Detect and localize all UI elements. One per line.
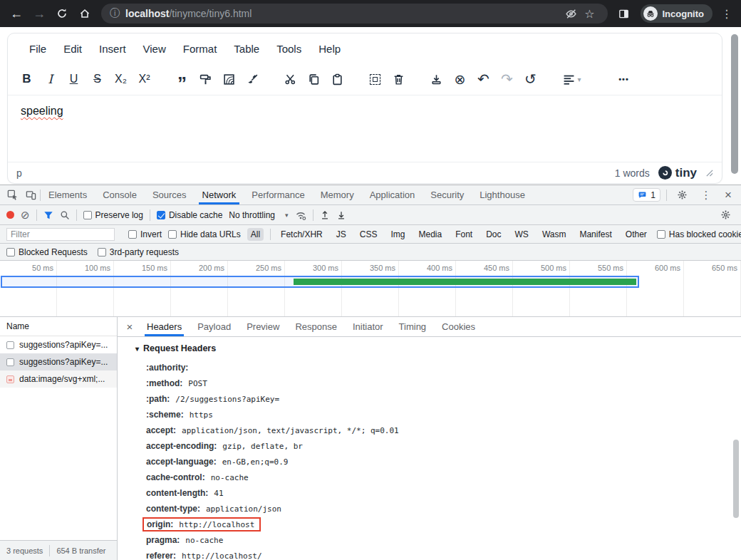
third-party-requests-checkbox[interactable]: 3rd-party requests	[98, 247, 179, 257]
paste-icon[interactable]	[326, 68, 349, 90]
restore-draft-icon[interactable]: ↺	[519, 68, 542, 90]
page-scrollbar-thumb[interactable]	[731, 34, 738, 174]
menu-tools[interactable]: Tools	[268, 38, 310, 59]
tab-memory[interactable]: Memory	[313, 185, 362, 204]
menu-view[interactable]: View	[135, 38, 175, 59]
filter-type-wasm[interactable]: Wasm	[539, 228, 570, 241]
paint-roller-icon[interactable]	[194, 68, 217, 90]
settings-gear-icon[interactable]	[673, 187, 691, 204]
forward-icon[interactable]: →	[28, 3, 50, 24]
checkbox-unchecked[interactable]	[98, 248, 106, 256]
tab-response[interactable]: Response	[287, 317, 345, 336]
network-conditions-icon[interactable]	[295, 209, 306, 221]
brush-icon[interactable]	[241, 68, 264, 90]
has-blocked-cookies-checkbox[interactable]: Has blocked cookies	[657, 229, 741, 239]
tab-application[interactable]: Application	[362, 185, 423, 204]
filter-type-js[interactable]: JS	[333, 228, 350, 241]
device-toolbar-icon[interactable]	[21, 187, 40, 204]
tab-timing[interactable]: Timing	[391, 317, 435, 336]
address-bar[interactable]: ⓘ localhost/tinymce/tiny6.html ☆	[101, 4, 608, 24]
trash-icon[interactable]	[387, 68, 410, 90]
tab-cookies[interactable]: Cookies	[434, 317, 483, 336]
network-settings-gear-icon[interactable]	[716, 207, 735, 224]
strikethrough-button[interactable]: S	[86, 68, 109, 90]
filter-type-media[interactable]: Media	[415, 228, 445, 241]
checkbox-unchecked[interactable]	[6, 248, 15, 256]
filter-type-fetch-xhr[interactable]: Fetch/XHR	[277, 228, 326, 241]
filter-type-img[interactable]: Img	[387, 228, 408, 241]
import-har-icon[interactable]	[320, 210, 330, 220]
bookmark-star-icon[interactable]: ☆	[581, 4, 599, 23]
filter-type-manifest[interactable]: Manifest	[576, 228, 615, 241]
eye-off-icon[interactable]	[562, 4, 581, 23]
undo-icon[interactable]: ↶	[472, 68, 495, 90]
word-count[interactable]: 1 words	[615, 167, 650, 179]
resize-handle-icon[interactable]	[705, 169, 713, 177]
checkbox-unchecked[interactable]	[657, 230, 665, 239]
tab-payload[interactable]: Payload	[190, 317, 239, 336]
invert-checkbox[interactable]: Invert	[128, 229, 162, 239]
issues-badge[interactable]: 1	[633, 188, 660, 202]
redo-icon[interactable]: ↷	[495, 68, 519, 90]
filter-type-other[interactable]: Other	[622, 228, 651, 241]
filter-type-all[interactable]: All	[247, 228, 264, 241]
superscript-button[interactable]: X²	[133, 68, 156, 90]
tab-headers[interactable]: Headers	[139, 317, 190, 336]
devtools-close-icon[interactable]: ×	[721, 188, 735, 202]
clear-icon[interactable]: ⊘	[21, 209, 30, 222]
home-icon[interactable]	[74, 3, 95, 24]
export-har-icon[interactable]	[336, 210, 346, 220]
filter-type-doc[interactable]: Doc	[482, 228, 504, 241]
page-info-icon[interactable]: ⓘ	[110, 7, 120, 20]
reload-icon[interactable]	[51, 3, 73, 24]
frame-icon[interactable]	[217, 68, 241, 90]
menu-edit[interactable]: Edit	[55, 38, 90, 59]
element-path[interactable]: p	[16, 167, 22, 179]
filter-input[interactable]	[6, 228, 115, 241]
network-overview-timeline[interactable]: 50 ms 100 ms 150 ms 200 ms 250 ms 300 ms…	[0, 261, 741, 317]
request-headers-section[interactable]: ▾ Request Headers	[135, 343, 741, 354]
preserve-log-checkbox[interactable]: Preserve log	[83, 210, 143, 220]
back-icon[interactable]: ←	[6, 3, 27, 24]
blockquote-button[interactable]: ”	[170, 68, 194, 90]
details-scrollbar-thumb[interactable]	[733, 440, 739, 518]
tab-elements[interactable]: Elements	[41, 185, 95, 204]
filter-type-css[interactable]: CSS	[356, 228, 381, 241]
menu-help[interactable]: Help	[310, 38, 349, 59]
tab-network[interactable]: Network	[195, 185, 244, 204]
toolbar-more-icon[interactable]: •••	[612, 68, 636, 90]
filter-funnel-icon[interactable]	[43, 210, 53, 220]
menu-format[interactable]: Format	[175, 38, 226, 59]
blocked-requests-checkbox[interactable]: Blocked Requests	[6, 247, 88, 257]
side-panel-icon[interactable]	[613, 4, 635, 23]
devtools-menu-icon[interactable]: ⋮	[697, 187, 715, 204]
request-row[interactable]: data:image/svg+xml;...	[0, 370, 117, 388]
tab-security[interactable]: Security	[423, 185, 472, 204]
disable-cache-checkbox[interactable]: Disable cache	[157, 210, 222, 220]
italic-button[interactable]: I	[38, 68, 62, 90]
menu-table[interactable]: Table	[225, 38, 268, 59]
tiny-brand[interactable]: tiny	[658, 166, 697, 180]
request-row[interactable]: suggestions?apiKey=...	[0, 336, 117, 353]
subscript-button[interactable]: X₂	[109, 68, 133, 90]
copy-icon[interactable]	[302, 68, 326, 90]
checkbox-unchecked[interactable]	[128, 230, 137, 239]
tab-preview[interactable]: Preview	[239, 317, 287, 336]
request-row-selected[interactable]: suggestions?apiKey=...	[0, 353, 117, 370]
search-icon[interactable]	[60, 210, 70, 220]
editor-content[interactable]: speeling	[8, 95, 722, 162]
name-column-header[interactable]: Name	[0, 317, 117, 336]
tab-console[interactable]: Console	[95, 185, 145, 204]
tab-initiator[interactable]: Initiator	[345, 317, 391, 336]
disclosure-triangle-icon[interactable]: ▾	[135, 345, 139, 353]
filter-type-ws[interactable]: WS	[512, 228, 532, 241]
tab-lighthouse[interactable]: Lighthouse	[472, 185, 533, 204]
checkbox-unchecked[interactable]	[168, 230, 177, 239]
tab-performance[interactable]: Performance	[244, 185, 312, 204]
throttling-select[interactable]: No throttling ▾	[229, 210, 288, 220]
menu-file[interactable]: File	[21, 38, 55, 59]
record-icon[interactable]	[6, 211, 14, 219]
checkbox-checked[interactable]	[157, 211, 165, 219]
browser-menu-icon[interactable]: ⋮	[718, 7, 735, 21]
hide-data-urls-checkbox[interactable]: Hide data URLs	[168, 229, 241, 239]
